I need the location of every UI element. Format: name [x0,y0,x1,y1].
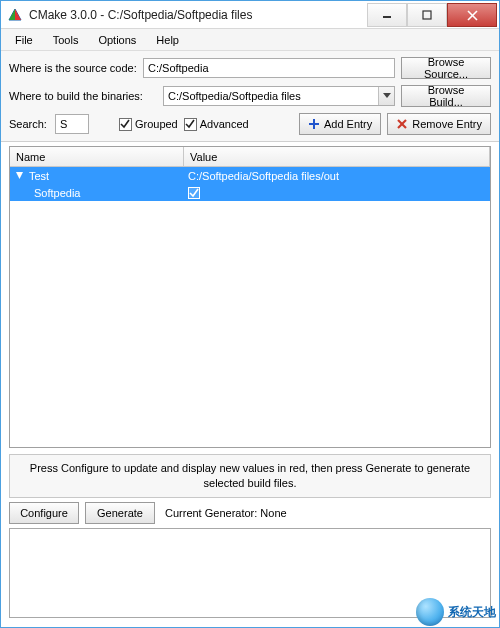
menu-options[interactable]: Options [90,32,144,48]
config-panel: Where is the source code: Browse Source.… [1,51,499,142]
menu-file[interactable]: File [7,32,41,48]
advanced-label: Advanced [200,118,249,130]
cell-checkbox[interactable] [188,187,200,199]
output-pane[interactable] [9,528,491,618]
check-icon [189,188,199,198]
table-header: Name Value [10,147,490,167]
grouped-label: Grouped [135,118,178,130]
generate-label: Generate [97,507,143,519]
action-row: Configure Generate Current Generator: No… [9,502,491,524]
svg-rect-4 [423,11,431,19]
plus-icon [308,118,320,130]
source-label: Where is the source code: [9,62,137,74]
app-icon [7,7,23,23]
build-input[interactable] [163,86,395,106]
check-icon [120,119,130,129]
cell-value: C:/Softpedia/Softpedia files/out [188,170,339,182]
table-row[interactable]: Test C:/Softpedia/Softpedia files/out [10,167,490,184]
svg-marker-12 [16,172,23,179]
generate-button[interactable]: Generate [85,502,155,524]
menu-tools[interactable]: Tools [45,32,87,48]
window-title: CMake 3.0.0 - C:/Softpedia/Softpedia fil… [29,8,252,22]
window-controls [367,2,499,27]
minimize-button[interactable] [367,3,407,27]
table-row[interactable]: Softpedia [10,184,490,201]
title-bar: CMake 3.0.0 - C:/Softpedia/Softpedia fil… [1,1,499,29]
grouped-checkbox[interactable]: Grouped [119,118,178,131]
browse-build-label: Browse Build... [410,84,482,108]
maximize-button[interactable] [407,3,447,27]
search-input[interactable] [55,114,89,134]
check-icon [185,119,195,129]
build-label: Where to build the binaries: [9,90,157,102]
maximize-icon [422,10,432,20]
browse-build-button[interactable]: Browse Build... [401,85,491,107]
remove-entry-label: Remove Entry [412,118,482,130]
chevron-down-icon [383,93,391,99]
cell-name: Test [29,170,49,182]
add-entry-button[interactable]: Add Entry [299,113,381,135]
minimize-icon [382,10,392,20]
configure-button[interactable]: Configure [9,502,79,524]
tree-collapse-icon[interactable] [14,170,25,181]
close-icon [467,10,478,21]
add-entry-label: Add Entry [324,118,372,130]
configure-label: Configure [20,507,68,519]
helper-text: Press Configure to update and display ne… [9,454,491,498]
remove-entry-button[interactable]: Remove Entry [387,113,491,135]
menu-bar: File Tools Options Help [1,29,499,51]
header-value[interactable]: Value [184,147,490,166]
browse-source-label: Browse Source... [410,56,482,80]
close-button[interactable] [447,3,497,27]
source-input[interactable] [143,58,395,78]
delete-icon [396,118,408,130]
header-name[interactable]: Name [10,147,184,166]
svg-marker-7 [383,93,391,98]
browse-source-button[interactable]: Browse Source... [401,57,491,79]
cache-table: Name Value Test C:/Softpedia/Softpedia f… [9,146,491,448]
cell-name: Softpedia [34,187,80,199]
search-label: Search: [9,118,47,130]
build-combo-arrow[interactable] [378,87,394,105]
table-body: Test C:/Softpedia/Softpedia files/out So… [10,167,490,447]
advanced-checkbox[interactable]: Advanced [184,118,249,131]
current-generator-label: Current Generator: None [165,507,287,519]
menu-help[interactable]: Help [148,32,187,48]
